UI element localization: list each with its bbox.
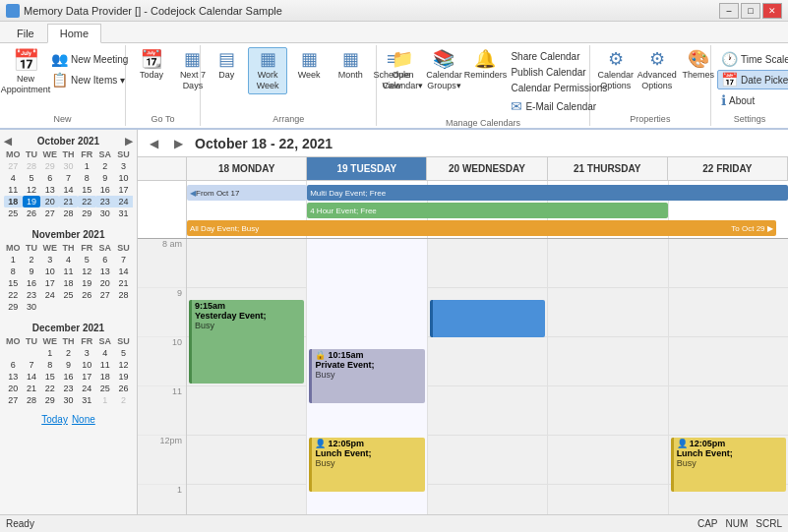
cal-cell[interactable]: 2 bbox=[23, 254, 41, 266]
cal-cell[interactable]: 9 bbox=[59, 359, 78, 371]
cal-cell[interactable]: 28 bbox=[59, 207, 78, 219]
cal-cell[interactable]: 19 bbox=[114, 371, 133, 383]
cal-next-button[interactable]: ▶ bbox=[170, 135, 187, 152]
cal-cell[interactable]: 14 bbox=[23, 371, 41, 383]
cal-cell[interactable]: 16 bbox=[23, 277, 41, 289]
cal-cell[interactable]: 17 bbox=[40, 277, 59, 289]
new-appointment-button[interactable]: 📅 NewAppointment bbox=[6, 47, 45, 98]
day-view-button[interactable]: ▤ Day bbox=[207, 47, 246, 84]
cal-cell[interactable]: 4 bbox=[4, 172, 23, 184]
cal-cell[interactable]: 21 bbox=[114, 277, 133, 289]
cal-cell[interactable]: 29 bbox=[40, 394, 59, 406]
event-private[interactable]: 🔒 10:15am Private Event; Busy bbox=[309, 349, 424, 403]
all-day-event-multiday[interactable]: Multi Day Event; Free bbox=[307, 185, 788, 201]
open-calendar-button[interactable]: 📁 OpenCalendar▾ bbox=[383, 47, 422, 94]
cal-cell[interactable]: 18 bbox=[59, 277, 78, 289]
new-items-button[interactable]: 📋 New Items ▾ bbox=[47, 70, 132, 89]
cal-cell[interactable]: 10 bbox=[40, 266, 59, 277]
cal-cell[interactable]: 24 bbox=[114, 196, 133, 207]
event-yesterday[interactable]: 9:15am Yesterday Event; Busy bbox=[189, 300, 304, 384]
cal-cell[interactable]: 30 bbox=[59, 160, 78, 172]
cal-cell[interactable]: 20 bbox=[96, 277, 115, 289]
cal-cell[interactable] bbox=[23, 347, 41, 359]
event-blue-wed[interactable] bbox=[430, 300, 545, 337]
cal-header-monday[interactable]: 18 MONDAY bbox=[187, 157, 307, 180]
cal-cell[interactable]: 12 bbox=[23, 184, 41, 196]
cal-cell[interactable]: 11 bbox=[59, 266, 78, 277]
cal-cell[interactable]: 15 bbox=[78, 184, 96, 196]
about-button[interactable]: ℹ About bbox=[717, 90, 788, 110]
cal-cell[interactable]: 31 bbox=[78, 394, 96, 406]
event-lunch-fri[interactable]: 👤 12:05pm Lunch Event; Busy bbox=[671, 438, 786, 492]
cal-prev-button[interactable]: ◀ bbox=[146, 135, 162, 152]
date-picker-button[interactable]: 📅 Date Picker bbox=[717, 70, 788, 89]
minimize-button[interactable]: – bbox=[719, 3, 739, 19]
cal-cell[interactable]: 16 bbox=[96, 184, 115, 196]
cal-cell[interactable]: 29 bbox=[4, 301, 23, 313]
all-day-event-4hour[interactable]: 4 Hour Event; Free bbox=[307, 203, 668, 218]
tab-file[interactable]: File bbox=[4, 24, 47, 42]
cal-cell[interactable]: 4 bbox=[96, 347, 115, 359]
cal-cell[interactable]: 3 bbox=[114, 160, 133, 172]
tab-home[interactable]: Home bbox=[47, 24, 101, 43]
cal-cell[interactable]: 27 bbox=[4, 394, 23, 406]
cal-cell[interactable]: 18 bbox=[96, 371, 115, 383]
cal-cell[interactable]: 12 bbox=[78, 266, 96, 277]
cal-header-tuesday[interactable]: 19 TUESDAY bbox=[307, 157, 427, 180]
cal-cell[interactable]: 20 bbox=[4, 383, 23, 394]
cal-cell[interactable]: 13 bbox=[4, 371, 23, 383]
cal-cell[interactable]: 12 bbox=[114, 359, 133, 371]
cal-cell[interactable]: 1 bbox=[4, 254, 23, 266]
cal-cell[interactable]: 4 bbox=[59, 254, 78, 266]
cal-cell[interactable]: 10 bbox=[78, 359, 96, 371]
cal-cell[interactable]: 6 bbox=[40, 172, 59, 184]
cal-cell[interactable]: 29 bbox=[40, 160, 59, 172]
cal-cell[interactable]: 3 bbox=[78, 347, 96, 359]
time-scale-button[interactable]: 🕐 Time Scale ▾ bbox=[717, 49, 788, 69]
cal-cell[interactable]: 14 bbox=[114, 266, 133, 277]
cal-cell[interactable]: 25 bbox=[96, 383, 115, 394]
cal-cell[interactable]: 13 bbox=[96, 266, 115, 277]
reminders-button[interactable]: 🔔 Reminders bbox=[465, 47, 505, 84]
cal-cell[interactable]: 21 bbox=[23, 383, 41, 394]
cal-cell[interactable]: 15 bbox=[4, 277, 23, 289]
cal-cell[interactable]: 27 bbox=[96, 289, 115, 301]
month-view-button[interactable]: ▦ Month bbox=[331, 47, 370, 84]
advanced-options-button[interactable]: ⚙ AdvancedOptions bbox=[637, 47, 677, 94]
cal-cell[interactable]: 25 bbox=[59, 289, 78, 301]
close-button[interactable]: ✕ bbox=[762, 3, 782, 19]
cal-cell[interactable]: 9 bbox=[96, 172, 115, 184]
cal-cell[interactable]: 22 bbox=[4, 289, 23, 301]
all-day-event-from-oct17[interactable]: ◀ From Oct 17 bbox=[187, 185, 307, 201]
cal-cell[interactable]: 1 bbox=[78, 160, 96, 172]
cal-cell[interactable]: 8 bbox=[4, 266, 23, 277]
cal-cell[interactable]: 16 bbox=[59, 371, 78, 383]
cal-cell[interactable]: 22 bbox=[40, 383, 59, 394]
cal-cell[interactable]: 5 bbox=[23, 172, 41, 184]
cal-cell[interactable]: 5 bbox=[78, 254, 96, 266]
cal-header-friday[interactable]: 22 FRIDAY bbox=[668, 157, 788, 180]
cal-cell[interactable]: 2 bbox=[96, 160, 115, 172]
cal-cell[interactable]: 19 bbox=[23, 196, 41, 207]
all-day-event-allday[interactable]: All Day Event; Busy To Oct 29 ▶ bbox=[187, 220, 776, 236]
cal-cell[interactable]: 8 bbox=[78, 172, 96, 184]
cal-cell[interactable]: 15 bbox=[40, 371, 59, 383]
cal-header-thursday[interactable]: 21 THURSDAY bbox=[548, 157, 668, 180]
cal-cell[interactable]: 5 bbox=[114, 347, 133, 359]
cal-cell[interactable]: 17 bbox=[114, 184, 133, 196]
cal-cell[interactable]: 23 bbox=[59, 383, 78, 394]
cal-cell[interactable]: 28 bbox=[23, 160, 41, 172]
calendar-groups-button[interactable]: 📚 CalendarGroups▾ bbox=[424, 47, 463, 94]
cal-cell[interactable]: 1 bbox=[96, 394, 115, 406]
none-link[interactable]: None bbox=[72, 414, 95, 425]
cal-cell[interactable]: 23 bbox=[23, 289, 41, 301]
cal-cell[interactable]: 2 bbox=[59, 347, 78, 359]
cal-cell[interactable]: 7 bbox=[23, 359, 41, 371]
cal-cell[interactable]: 11 bbox=[4, 184, 23, 196]
cal-cell[interactable]: 7 bbox=[59, 172, 78, 184]
cal-cell[interactable]: 28 bbox=[23, 394, 41, 406]
cal-cell[interactable]: 10 bbox=[114, 172, 133, 184]
cal-cell[interactable]: 30 bbox=[59, 394, 78, 406]
cal-cell[interactable]: 20 bbox=[40, 196, 59, 207]
cal-cell[interactable]: 26 bbox=[114, 383, 133, 394]
